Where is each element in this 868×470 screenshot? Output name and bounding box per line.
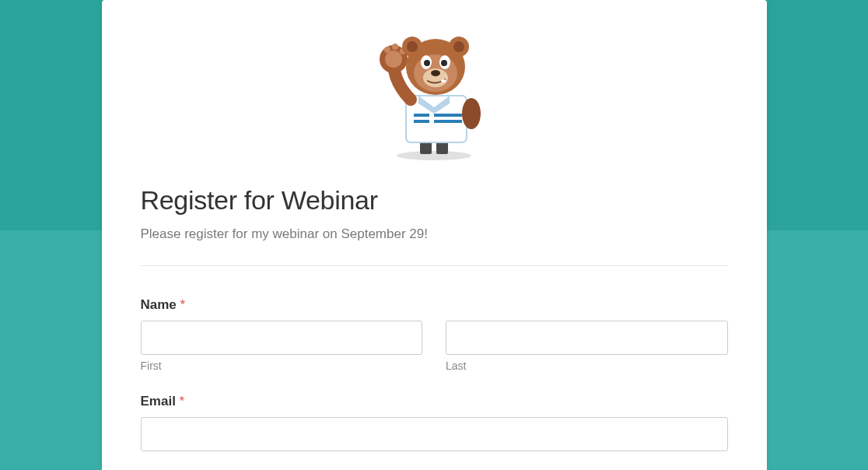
- svg-point-25: [431, 70, 440, 76]
- divider: [141, 265, 728, 266]
- required-mark: *: [180, 297, 186, 312]
- email-input[interactable]: [141, 417, 728, 451]
- svg-point-12: [392, 44, 398, 50]
- last-name-col: Last: [446, 321, 728, 372]
- svg-rect-4: [414, 114, 429, 117]
- form-title: Register for Webinar: [141, 185, 728, 216]
- svg-point-8: [462, 98, 481, 129]
- first-name-sublabel: First: [141, 360, 423, 372]
- svg-point-0: [397, 151, 471, 160]
- svg-rect-6: [434, 114, 462, 117]
- svg-point-23: [441, 60, 447, 66]
- svg-point-11: [384, 47, 390, 53]
- name-field-group: Name * First Last: [141, 297, 728, 372]
- name-label: Name *: [141, 297, 728, 313]
- form-subtitle: Please register for my webinar on Septem…: [141, 226, 728, 242]
- svg-point-16: [407, 41, 418, 52]
- last-name-sublabel: Last: [446, 360, 728, 372]
- last-name-input[interactable]: [446, 321, 728, 355]
- email-label-text: Email: [141, 394, 176, 409]
- form-card: Register for Webinar Please register for…: [102, 0, 767, 470]
- first-name-input[interactable]: [141, 321, 423, 355]
- name-label-text: Name: [141, 297, 177, 312]
- email-label: Email *: [141, 394, 728, 409]
- svg-point-18: [453, 41, 464, 52]
- first-name-col: First: [141, 321, 423, 372]
- mascot-container: [141, 22, 728, 162]
- svg-point-21: [424, 60, 430, 66]
- required-mark: *: [180, 394, 185, 409]
- svg-point-10: [385, 51, 402, 68]
- email-field-group: Email *: [141, 394, 728, 451]
- name-row: First Last: [141, 321, 728, 372]
- svg-rect-5: [414, 120, 429, 123]
- svg-point-26: [441, 79, 446, 82]
- bear-mascot-icon: [372, 22, 496, 162]
- svg-rect-7: [434, 120, 462, 123]
